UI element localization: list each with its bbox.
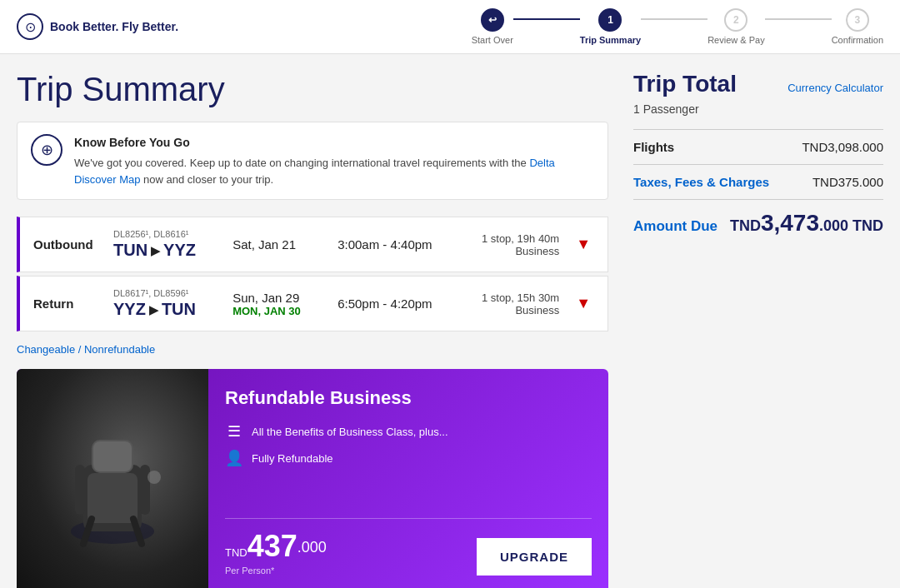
upgrade-button[interactable]: UPGRADE [477, 538, 592, 576]
logo-bold: Book Better. [50, 20, 118, 33]
amount-due-value: TND3,473.000 TND [730, 210, 883, 237]
currency-calculator-link[interactable]: Currency Calculator [788, 82, 883, 94]
outbound-arrow: ▶ [151, 244, 160, 257]
step-trip-summary[interactable]: 1 Trip Summary [580, 8, 641, 45]
divider-1 [633, 129, 883, 130]
outbound-time: 3:00am - 4:40pm [338, 237, 454, 252]
taxes-cost-row: Taxes, Fees & Charges TND375.000 [633, 175, 883, 189]
return-flight-nums: DL8617¹, DL8596¹ [113, 288, 219, 298]
step-label-3: Confirmation [832, 35, 883, 45]
flights-value: TND3,098.000 [802, 140, 883, 154]
upgrade-content: Refundable Business ☰ All the Benefits o… [208, 369, 608, 588]
outbound-cabin: Business [468, 245, 559, 257]
return-date: Sun, Jan 29 MON, JAN 30 [232, 291, 324, 317]
logo-normal: Fly Better. [118, 20, 178, 33]
step-confirmation[interactable]: 3 Confirmation [832, 8, 883, 45]
flight-card-outbound: Outbound DL8256¹, DL8616¹ TUN ▶ YYZ Sat,… [17, 217, 608, 272]
page-title: Trip Summary [17, 71, 608, 108]
seat-image [17, 369, 208, 588]
flights-label: Flights [633, 140, 674, 154]
passengers-label: 1 Passenger [633, 102, 883, 116]
upgrade-feature-1: 👤 Fully Refundable [225, 449, 592, 467]
flights-cost-row: Flights TND3,098.000 [633, 140, 883, 154]
upgrade-bottom: TND437.000 Per Person* UPGRADE [225, 508, 592, 576]
upgrade-price-row: TND437.000 Per Person* UPGRADE [225, 529, 592, 576]
return-label: Return [33, 296, 100, 311]
outbound-flight-nums: DL8256¹, DL8616¹ [113, 229, 219, 239]
main-content: Trip Summary ⊕ Know Before You Go We've … [0, 54, 900, 588]
upgrade-amount: 437 [248, 529, 298, 563]
logo-icon: ⊙ [17, 13, 43, 40]
upgrade-currency: TND [225, 546, 248, 559]
info-banner: ⊕ Know Before You Go We've got you cover… [17, 122, 608, 200]
changeable-nonrefundable-link[interactable]: Changeable / Nonrefundable [17, 343, 155, 356]
amount-due-label: Amount Due [633, 218, 718, 235]
step-label-2: Review & Pay [708, 35, 764, 45]
info-banner-title: Know Before You Go [74, 134, 594, 152]
outbound-to: YYZ [163, 241, 196, 260]
feature-0-text: All the Benefits of Business Class, plus… [252, 426, 448, 438]
return-arrow: ▶ [149, 303, 158, 316]
outbound-detail: DL8256¹, DL8616¹ TUN ▶ YYZ [113, 229, 219, 260]
step-circle-0: ↩ [481, 8, 504, 32]
upgrade-price: TND437.000 Per Person* [225, 529, 327, 576]
svg-rect-2 [88, 473, 138, 523]
upgrade-top: Refundable Business ☰ All the Benefits o… [225, 387, 592, 481]
logo: ⊙ Book Better. Fly Better. [17, 13, 178, 40]
upgrade-per-person: Per Person* [225, 566, 327, 576]
person-icon: 👤 [225, 449, 243, 467]
return-time: 6:50pm - 4:20pm [338, 296, 454, 311]
return-expand-button[interactable]: ▼ [572, 295, 594, 312]
svg-rect-3 [75, 465, 85, 515]
return-stop: 1 stop, 15h 30m Business [468, 292, 559, 316]
upgrade-image [17, 369, 208, 588]
amount-due-suffix: .000 TND [819, 217, 883, 234]
step-line-01 [513, 18, 580, 20]
upgrade-card: Refundable Business ☰ All the Benefits o… [17, 369, 608, 588]
step-label-1: Trip Summary [580, 35, 641, 45]
info-banner-content: Know Before You Go We've got you covered… [74, 134, 594, 187]
outbound-date: Sat, Jan 21 [232, 237, 324, 252]
step-circle-2: 2 [724, 8, 748, 32]
step-line-12 [641, 18, 708, 20]
header: ⊙ Book Better. Fly Better. ↩ Start Over … [0, 0, 900, 54]
return-date-text: Sun, Jan 29 [232, 291, 324, 305]
step-start-over[interactable]: ↩ Start Over [472, 8, 513, 45]
outbound-from: TUN [113, 241, 148, 260]
step-line-23 [765, 18, 832, 20]
flight-card-return: Return DL8617¹, DL8596¹ YYZ ▶ TUN Sun, J… [17, 276, 608, 331]
logo-text: Book Better. Fly Better. [50, 20, 178, 33]
return-to: TUN [162, 300, 196, 319]
svg-rect-4 [140, 465, 150, 515]
step-circle-3: 3 [846, 8, 869, 32]
return-detail: DL8617¹, DL8596¹ YYZ ▶ TUN [113, 288, 219, 319]
amount-due-prefix: TND [730, 217, 761, 234]
amount-due-row: Amount Due TND3,473.000 TND [633, 210, 883, 237]
trip-total-panel: Trip Total Currency Calculator 1 Passeng… [633, 71, 883, 237]
taxes-label: Taxes, Fees & Charges [633, 175, 769, 189]
trip-total-header: Trip Total Currency Calculator [633, 71, 883, 97]
info-banner-text-after: now and closer to your trip. [140, 173, 273, 186]
svg-rect-6 [93, 441, 132, 471]
upgrade-features: ☰ All the Benefits of Business Class, pl… [225, 422, 592, 467]
taxes-value: TND375.000 [812, 175, 883, 189]
info-banner-text: We've got you covered. Keep up to date o… [74, 157, 529, 169]
stepper: ↩ Start Over 1 Trip Summary 2 Review & P… [472, 8, 883, 45]
return-route: YYZ ▶ TUN [113, 300, 219, 319]
upgrade-divider [225, 518, 592, 519]
outbound-route: TUN ▶ YYZ [113, 241, 219, 260]
return-stops-text: 1 stop, 15h 30m [468, 292, 559, 304]
trip-total-title: Trip Total [633, 71, 737, 97]
benefits-icon: ☰ [225, 422, 243, 441]
left-column: Trip Summary ⊕ Know Before You Go We've … [17, 71, 608, 588]
return-date-alt: MON, JAN 30 [232, 305, 324, 317]
amount-due-main: 3,473 [761, 210, 819, 236]
divider-3 [633, 199, 883, 200]
upgrade-cents: .000 [298, 539, 327, 556]
outbound-expand-button[interactable]: ▼ [572, 236, 594, 253]
step-review-pay[interactable]: 2 Review & Pay [708, 8, 764, 45]
step-label-0: Start Over [472, 35, 513, 45]
right-column: Trip Total Currency Calculator 1 Passeng… [633, 71, 883, 588]
upgrade-feature-0: ☰ All the Benefits of Business Class, pl… [225, 422, 592, 441]
return-cabin: Business [468, 304, 559, 316]
